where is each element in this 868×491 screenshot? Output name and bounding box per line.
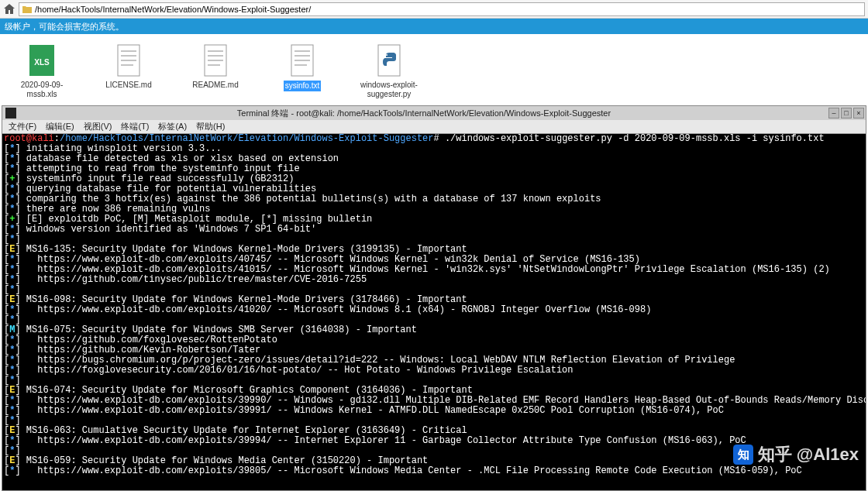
terminal-body[interactable]: root@kali:/home/HackTools/InternalNetWor… [2, 134, 866, 490]
file-item[interactable]: README.md [181, 39, 250, 101]
file-icon: XLS [26, 42, 57, 79]
file-area: XLS2020-09-09-mssb.xlsLICENSE.mdREADME.m… [0, 34, 868, 105]
menu-item[interactable]: 标签(A) [158, 121, 187, 132]
menu-item[interactable]: 编辑(E) [46, 121, 74, 132]
file-icon [374, 42, 405, 79]
file-item[interactable]: windows-exploit-suggester.py [355, 39, 423, 101]
file-label: sysinfo.txt [284, 81, 321, 91]
file-label: windows-exploit-suggester.py [355, 81, 423, 99]
address-bar: /home/HackTools/InternalNetWork/Elevatio… [0, 0, 868, 19]
folder-icon [22, 5, 32, 14]
file-label: 2020-09-09-mssb.xls [8, 81, 76, 99]
minimize-button[interactable]: – [828, 108, 839, 118]
notice-bar: 级帐户，可能会损害您的系统。 [0, 19, 868, 34]
terminal-title: Terminal 终端 - root@kali: /home/HackTools… [19, 108, 828, 119]
file-item[interactable]: XLS2020-09-09-mssb.xls [8, 39, 76, 101]
window-buttons: – □ × [828, 108, 866, 118]
notice-text: 级帐户，可能会损害您的系统。 [5, 21, 124, 33]
menu-item[interactable]: 视图(V) [84, 121, 112, 132]
terminal-window: Terminal 终端 - root@kali: /home/HackTools… [2, 105, 866, 491]
maximize-button[interactable]: □ [841, 108, 852, 118]
svg-text:XLS: XLS [34, 58, 50, 67]
path-text: /home/HackTools/InternalNetWork/Elevatio… [35, 5, 311, 14]
terminal-titlebar[interactable]: Terminal 终端 - root@kali: /home/HackTools… [2, 106, 866, 120]
close-button[interactable]: × [853, 108, 864, 118]
home-icon[interactable] [3, 3, 16, 15]
file-icon [113, 42, 144, 79]
file-item[interactable]: sysinfo.txt [268, 39, 336, 101]
path-input[interactable]: /home/HackTools/InternalNetWork/Elevatio… [19, 2, 865, 16]
file-label: LICENSE.md [105, 81, 151, 90]
file-item[interactable]: LICENSE.md [95, 39, 163, 101]
svg-point-18 [386, 54, 388, 56]
menu-item[interactable]: 帮助(H) [196, 121, 225, 132]
file-label: README.md [192, 81, 238, 90]
menu-item[interactable]: 终端(T) [121, 121, 149, 132]
terminal-menubar: 文件(F)编辑(E)视图(V)终端(T)标签(A)帮助(H) [2, 120, 866, 134]
file-icon [200, 42, 231, 79]
file-icon [287, 42, 318, 79]
terminal-icon [5, 108, 16, 118]
menu-item[interactable]: 文件(F) [9, 121, 36, 132]
